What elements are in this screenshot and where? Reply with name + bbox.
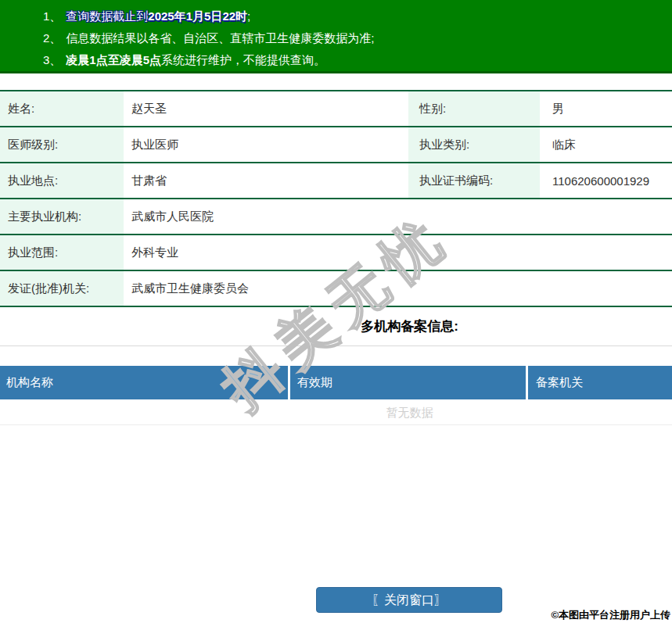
notice-line-2: 2、信息数据结果以各省、自治区、直辖市卫生健康委数据为准; [43,27,672,49]
field-label-main-institution: 主要执业机构: [0,199,124,234]
field-value-main-institution: 武威市人民医院 [124,199,672,234]
column-header-filing-authority: 备案机关 [528,366,672,399]
field-label-name: 姓名: [0,91,124,126]
section-title: 多机构备案信息: [361,317,458,335]
close-window-button[interactable]: 〖关闭窗口〗 [316,587,502,613]
field-value-certificate-number: 110620600001929 [540,163,672,198]
notice-banner: 1、查询数据截止到2025年1月5日22时; 2、信息数据结果以各省、自治区、直… [0,0,672,73]
column-header-institution-name: 机构名称 [0,366,288,399]
records-empty-state: 暂无数据 [0,399,672,425]
notice-number: 3、 [43,53,61,66]
copyright-stamp: ©本图由平台注册用户上传 [551,608,670,622]
notice-line-3: 3、凌晨1点至凌晨5点系统进行维护，不能提供查询。 [43,49,672,71]
table-row-practice-scope: 执业范围: 外科专业 [0,235,672,271]
notice-text-tail: ; [247,9,250,23]
notice-text: 查询数据截止到 [66,9,148,23]
notice-line-1: 1、查询数据截止到2025年1月5日22时; [43,5,672,27]
field-label-doctor-level: 医师级别: [0,127,124,162]
field-label-gender: 性别: [408,91,540,126]
field-value-name: 赵天圣 [124,91,408,126]
notice-maintenance-hours: 凌晨1点至凌晨5点 [66,53,161,66]
field-value-issuing-authority: 武威市卫生健康委员会 [124,271,672,306]
records-table-header: 机构名称 有效期 备案机关 [0,366,672,399]
notice-number: 1、 [43,9,61,23]
table-row-name-gender: 姓名: 赵天圣 性别: 男 [0,91,672,127]
field-value-doctor-level: 执业医师 [124,127,408,162]
field-value-practice-location: 甘肃省 [124,163,408,198]
field-label-certificate-number: 执业证书编码: [408,163,540,198]
page-content: 1、查询数据截止到2025年1月5日22时; 2、信息数据结果以各省、自治区、直… [0,0,672,425]
table-row-main-institution: 主要执业机构: 武威市人民医院 [0,199,672,235]
field-value-practice-scope: 外科专业 [124,235,672,270]
field-label-issuing-authority: 发证(批准)机关: [0,271,124,306]
spacer [0,346,672,366]
multi-institution-section-header: 多机构备案信息: [0,307,672,346]
field-label-practice-scope: 执业范围: [0,235,124,270]
table-row-issuing-authority: 发证(批准)机关: 武威市卫生健康委员会 [0,271,672,307]
notice-cutoff-date: 2025年1月5日22时 [148,9,247,23]
notice-text-tail: 系统进行维护，不能提供查询。 [161,53,325,66]
field-label-practice-location: 执业地点: [0,163,124,198]
column-header-validity-period: 有效期 [290,366,526,399]
spacer [0,73,672,90]
notice-number: 2、 [43,31,61,45]
physician-info-table: 姓名: 赵天圣 性别: 男 医师级别: 执业医师 执业类别: 临床 执业地点: … [0,90,672,307]
notice-text: 信息数据结果以各省、自治区、直辖市卫生健康委数据为准; [66,31,374,45]
field-value-practice-category: 临床 [540,127,672,162]
table-row-level-category: 医师级别: 执业医师 执业类别: 临床 [0,127,672,163]
field-value-gender: 男 [540,91,672,126]
field-label-practice-category: 执业类别: [408,127,540,162]
table-row-location-certificate: 执业地点: 甘肃省 执业证书编码: 110620600001929 [0,163,672,199]
